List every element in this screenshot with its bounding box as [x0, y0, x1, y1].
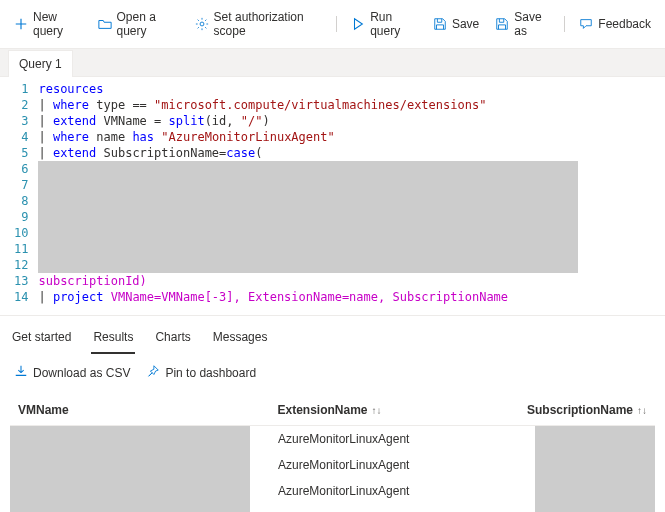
grid-header: VMName ExtensionName ↑↓ SubscriptionName… — [10, 395, 655, 425]
cell-extensionname: AzureMonitorLinuxAgent — [270, 458, 520, 472]
query-tab-bar: Query 1 — [0, 49, 665, 77]
tab-results[interactable]: Results — [91, 324, 135, 354]
separator — [336, 16, 337, 32]
column-header-extensionname[interactable]: ExtensionName ↑↓ — [269, 395, 519, 425]
pin-dashboard-button[interactable]: Pin to dashboard — [146, 364, 256, 381]
query-tab[interactable]: Query 1 — [8, 50, 73, 77]
line-number: 4 — [14, 129, 28, 145]
code-token: extend — [53, 146, 96, 160]
result-tabs: Get started Results Charts Messages — [0, 315, 665, 354]
run-query-label: Run query — [370, 10, 417, 38]
code-token: name — [89, 130, 132, 144]
redacted-block — [535, 426, 655, 512]
svg-point-0 — [200, 22, 204, 26]
column-header-subscriptionname[interactable]: SubscriptionName ↑↓ — [519, 395, 655, 425]
grid-body: AzureMonitorLinuxAgent AzureMonitorLinux… — [10, 425, 655, 512]
feedback-icon — [579, 17, 593, 31]
line-number: 9 — [14, 209, 28, 225]
code-token: ( — [255, 146, 262, 160]
line-number: 5 — [14, 145, 28, 161]
play-icon — [351, 17, 365, 31]
code-token: | — [38, 114, 52, 128]
code-token: resources — [38, 82, 103, 96]
sort-icon: ↑↓ — [372, 405, 382, 416]
code-token: VMName=VMName[-3], ExtensionName=name, S… — [103, 290, 508, 304]
code-token: (id, — [205, 114, 241, 128]
new-query-label: New query — [33, 10, 82, 38]
line-number: 8 — [14, 193, 28, 209]
code-token: where — [53, 130, 89, 144]
code-token: case — [226, 146, 255, 160]
line-number: 13 — [14, 273, 28, 289]
save-icon — [433, 17, 447, 31]
code-token: subscriptionId) — [38, 274, 146, 288]
folder-open-icon — [98, 17, 112, 31]
redacted-block — [38, 161, 578, 273]
line-number: 2 — [14, 97, 28, 113]
tab-get-started[interactable]: Get started — [10, 324, 73, 354]
save-as-label: Save as — [514, 10, 550, 38]
line-number: 6 — [14, 161, 28, 177]
column-header-vmname[interactable]: VMName — [10, 395, 269, 425]
code-token: has — [132, 130, 154, 144]
line-number: 11 — [14, 241, 28, 257]
code-token: "/" — [241, 114, 263, 128]
code-token: "microsoft.compute/virtualmachines/exten… — [154, 98, 486, 112]
pin-icon — [146, 364, 160, 381]
plus-icon — [14, 17, 28, 31]
tab-charts[interactable]: Charts — [153, 324, 192, 354]
save-as-button[interactable]: Save as — [489, 6, 556, 42]
pin-dashboard-label: Pin to dashboard — [165, 366, 256, 380]
code-token: | — [38, 130, 52, 144]
save-button[interactable]: Save — [427, 13, 485, 35]
code-token: extend — [53, 114, 96, 128]
run-query-button[interactable]: Run query — [345, 6, 423, 42]
tab-messages[interactable]: Messages — [211, 324, 270, 354]
line-number: 14 — [14, 289, 28, 305]
save-as-icon — [495, 17, 509, 31]
line-number: 3 — [14, 113, 28, 129]
code-editor[interactable]: 1 2 3 4 5 6 7 8 9 10 11 12 13 14 resourc… — [0, 77, 665, 315]
redacted-block — [10, 426, 250, 512]
download-csv-button[interactable]: Download as CSV — [14, 364, 130, 381]
code-token: project — [53, 290, 104, 304]
code-token: "AzureMonitorLinuxAgent" — [161, 130, 334, 144]
line-number: 1 — [14, 81, 28, 97]
code-token: where — [53, 98, 89, 112]
code-token: VMName = — [96, 114, 168, 128]
results-grid: VMName ExtensionName ↑↓ SubscriptionName… — [0, 395, 665, 512]
code-token: | — [38, 98, 52, 112]
sort-icon: ↑↓ — [637, 405, 647, 416]
code-token: type == — [89, 98, 154, 112]
cell-extensionname: AzureMonitorLinuxAgent — [270, 432, 520, 446]
new-query-button[interactable]: New query — [8, 6, 88, 42]
open-query-label: Open a query — [117, 10, 179, 38]
download-icon — [14, 364, 28, 381]
code-content[interactable]: resources | where type == "microsoft.com… — [38, 81, 665, 305]
gear-icon — [195, 17, 209, 31]
code-token: split — [169, 114, 205, 128]
line-number: 12 — [14, 257, 28, 273]
set-scope-label: Set authorization scope — [214, 10, 323, 38]
code-token: | — [38, 290, 52, 304]
header-label: SubscriptionName — [527, 403, 633, 417]
download-csv-label: Download as CSV — [33, 366, 130, 380]
cell-extensionname: AzureMonitorLinuxAgent — [270, 484, 520, 498]
code-token: ) — [262, 114, 269, 128]
header-label: ExtensionName — [277, 403, 367, 417]
line-number: 10 — [14, 225, 28, 241]
set-scope-button[interactable]: Set authorization scope — [189, 6, 329, 42]
line-number: 7 — [14, 177, 28, 193]
code-token: | — [38, 146, 52, 160]
feedback-label: Feedback — [598, 17, 651, 31]
save-label: Save — [452, 17, 479, 31]
result-actions: Download as CSV Pin to dashboard — [0, 354, 665, 395]
feedback-button[interactable]: Feedback — [573, 13, 657, 35]
header-label: VMName — [18, 403, 69, 417]
open-query-button[interactable]: Open a query — [92, 6, 185, 42]
toolbar: New query Open a query Set authorization… — [0, 0, 665, 49]
code-token: SubscriptionName= — [96, 146, 226, 160]
line-gutter: 1 2 3 4 5 6 7 8 9 10 11 12 13 14 — [0, 81, 38, 305]
separator — [564, 16, 565, 32]
